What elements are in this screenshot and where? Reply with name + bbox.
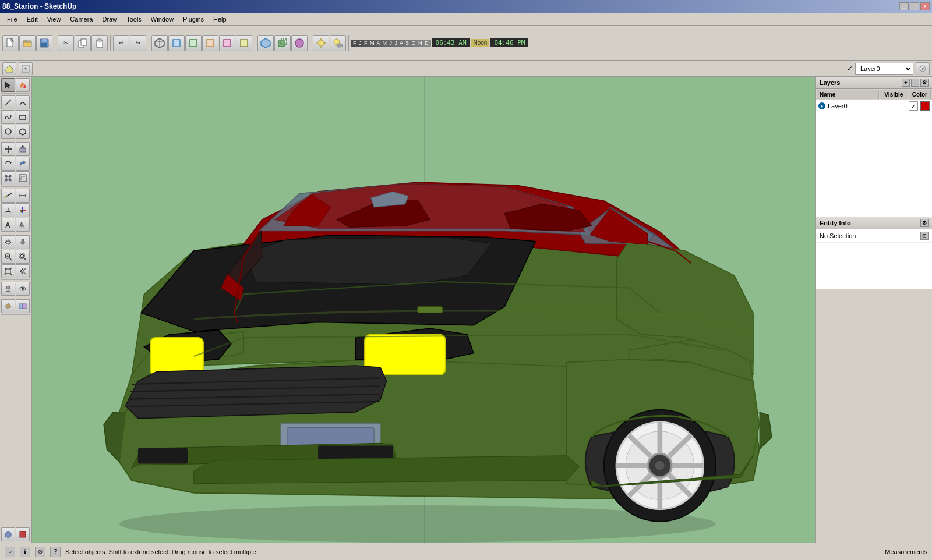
followme-tool[interactable]: [16, 157, 30, 171]
pan-tool[interactable]: [16, 235, 30, 249]
layer-row-0[interactable]: ● Layer0 ✓: [816, 100, 932, 112]
layer-dropdown[interactable]: Layer0: [855, 63, 913, 75]
close-button[interactable]: ×: [920, 2, 930, 10]
svg-marker-16: [241, 40, 248, 47]
components-button[interactable]: [257, 35, 274, 51]
orbit-tool[interactable]: [1, 235, 15, 249]
svg-rect-42: [20, 148, 26, 152]
shadow-settings-button[interactable]: [313, 35, 329, 51]
top-view-button[interactable]: [168, 35, 185, 51]
canvas-background: [32, 77, 816, 543]
status-icon-1[interactable]: ○: [5, 547, 15, 557]
position-camera-tool[interactable]: [1, 282, 15, 296]
menu-item-file[interactable]: File: [2, 15, 22, 24]
svg-line-77: [10, 268, 12, 270]
menu-item-tools[interactable]: Tools: [122, 15, 146, 24]
rotate-tool[interactable]: [1, 157, 15, 171]
tool-group-measure: A AA: [1, 189, 30, 233]
zoomextents-tool[interactable]: [1, 264, 15, 278]
dimension-tool[interactable]: [16, 189, 30, 203]
zoomwindow-tool[interactable]: [16, 250, 30, 264]
minimize-button[interactable]: _: [899, 2, 909, 10]
menu-item-plugins[interactable]: Plugins: [178, 15, 209, 24]
scene-tool1[interactable]: [1, 527, 15, 541]
iso-view-button[interactable]: [151, 35, 168, 51]
menu-item-help[interactable]: Help: [209, 15, 231, 24]
push-pull-tool[interactable]: [16, 142, 30, 156]
window-controls[interactable]: _ □ ×: [899, 2, 930, 10]
layer-settings-button[interactable]: ⚙: [920, 79, 929, 87]
freehand-tool[interactable]: [1, 110, 15, 124]
arc-tool[interactable]: [16, 95, 30, 109]
entity-settings-button[interactable]: ⚙: [920, 219, 929, 227]
svg-line-32: [5, 100, 11, 105]
add-layer-button[interactable]: +: [902, 79, 910, 87]
svg-marker-35: [20, 129, 26, 135]
svg-marker-17: [261, 38, 270, 48]
undo-button[interactable]: ↩: [113, 35, 129, 51]
text-tool[interactable]: A: [1, 218, 15, 232]
maximize-button[interactable]: □: [910, 2, 919, 10]
zoom-tool[interactable]: [1, 250, 15, 264]
svg-point-111: [655, 460, 665, 470]
cut-button[interactable]: ✂: [58, 35, 74, 51]
remove-layer-button[interactable]: -: [911, 79, 919, 87]
file-toolbar-group: [2, 35, 55, 51]
menu-item-camera[interactable]: Camera: [65, 15, 97, 24]
extra-tool2[interactable]: [16, 299, 30, 313]
copy-button[interactable]: [75, 35, 91, 51]
layer-name-0: Layer0: [828, 102, 906, 109]
polygon-tool[interactable]: [16, 125, 30, 139]
entity-info-title: Entity Info: [820, 219, 851, 226]
circle-tool[interactable]: [1, 125, 15, 139]
tool-group-modify: [1, 142, 30, 187]
paste-button[interactable]: [91, 35, 108, 51]
svg-marker-39: [7, 151, 9, 153]
scale-tool[interactable]: [1, 171, 15, 185]
menu-item-draw[interactable]: Draw: [97, 15, 122, 24]
back-view-button[interactable]: [219, 35, 235, 51]
left-view-button[interactable]: [236, 35, 252, 51]
lookat-tool[interactable]: [16, 282, 30, 296]
materials-button[interactable]: [291, 35, 308, 51]
menu-item-view[interactable]: View: [43, 15, 66, 24]
front-view-button[interactable]: [185, 35, 202, 51]
new-button[interactable]: [2, 35, 19, 51]
offset-tool[interactable]: [16, 171, 30, 185]
extra-tool1[interactable]: [1, 299, 15, 313]
status-icon-3[interactable]: ⊙: [35, 547, 45, 557]
move-tool[interactable]: [1, 142, 15, 156]
scene-tool2[interactable]: [16, 527, 30, 541]
status-icon-2[interactable]: ℹ: [20, 547, 30, 557]
groups-button[interactable]: [274, 35, 291, 51]
select-tool[interactable]: [1, 78, 15, 92]
line-tool[interactable]: [1, 95, 15, 109]
entity-expand-button[interactable]: ⊞: [920, 232, 929, 240]
svg-point-30: [922, 68, 924, 70]
toolbar2-btn1[interactable]: [2, 62, 16, 75]
viewport[interactable]: [32, 77, 816, 543]
redo-button[interactable]: ↪: [130, 35, 146, 51]
main-content: A AA: [0, 77, 932, 543]
open-button[interactable]: [19, 35, 36, 51]
layer-color-0[interactable]: [920, 101, 930, 111]
toolbar2-btn2[interactable]: [19, 62, 33, 75]
3dtext-tool[interactable]: AA: [16, 218, 30, 232]
axes-tool[interactable]: [16, 203, 30, 217]
prevview-tool[interactable]: [16, 264, 30, 278]
right-panel: Layers + - ⚙ Name Visible Color: [816, 77, 932, 543]
tape-tool[interactable]: [1, 189, 15, 203]
save-button[interactable]: [36, 35, 52, 51]
right-view-button[interactable]: [202, 35, 218, 51]
rect-tool[interactable]: [16, 110, 30, 124]
entity-body: [816, 243, 932, 289]
menu-item-edit[interactable]: Edit: [22, 15, 43, 24]
paint-tool[interactable]: [16, 78, 30, 92]
svg-rect-4: [41, 43, 47, 47]
protractor-tool[interactable]: [1, 203, 15, 217]
menu-item-window[interactable]: Window: [146, 15, 178, 24]
layer-visible-0[interactable]: ✓: [909, 101, 918, 111]
svg-point-21: [318, 40, 324, 46]
shadows-button[interactable]: [330, 35, 346, 51]
scene-settings-button[interactable]: [916, 62, 930, 75]
